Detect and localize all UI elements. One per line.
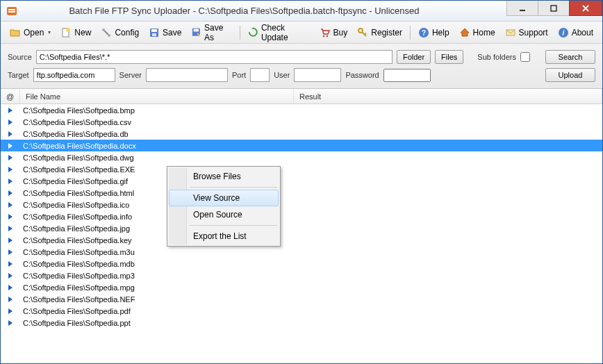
column-result[interactable]: Result bbox=[294, 89, 602, 104]
table-row[interactable]: C:\Softpedia Files\Softpedia.jpg bbox=[1, 222, 602, 234]
close-button[interactable] bbox=[569, 1, 602, 16]
register-button[interactable]: Register bbox=[352, 24, 407, 41]
home-button[interactable]: Home bbox=[454, 24, 500, 41]
table-row[interactable]: C:\Softpedia Files\Softpedia.mpg bbox=[1, 281, 602, 293]
source-input[interactable] bbox=[36, 50, 393, 64]
arrow-right-icon bbox=[1, 214, 20, 220]
minimize-button[interactable] bbox=[506, 1, 538, 16]
target-input[interactable] bbox=[33, 68, 115, 82]
port-input[interactable] bbox=[250, 68, 270, 82]
arrow-right-icon bbox=[1, 249, 20, 255]
subfolders-checkbox[interactable] bbox=[520, 52, 530, 62]
table-row[interactable]: C:\Softpedia Files\Softpedia.info bbox=[1, 210, 602, 222]
arrow-right-icon bbox=[1, 261, 20, 267]
upload-button[interactable]: Upload bbox=[545, 68, 595, 82]
file-name-cell: C:\Softpedia Files\Softpedia.docx bbox=[20, 142, 136, 150]
context-view-source[interactable]: View Source bbox=[169, 190, 279, 206]
table-row[interactable]: C:\Softpedia Files\Softpedia.csv bbox=[1, 116, 602, 128]
arrow-right-icon bbox=[1, 226, 20, 231]
file-name-cell: C:\Softpedia Files\Softpedia.key bbox=[20, 236, 132, 245]
arrow-right-icon bbox=[1, 131, 20, 137]
context-separator bbox=[190, 225, 277, 226]
table-row[interactable]: C:\Softpedia Files\Softpedia.docx bbox=[1, 140, 602, 151]
file-name-cell: C:\Softpedia Files\Softpedia.mp3 bbox=[20, 272, 135, 280]
saveas-button[interactable]: Save As bbox=[186, 24, 237, 41]
cart-icon bbox=[320, 27, 331, 38]
arrow-right-icon bbox=[1, 273, 20, 279]
new-button[interactable]: New bbox=[56, 24, 96, 41]
table-row[interactable]: C:\Softpedia Files\Softpedia.pdf bbox=[1, 305, 602, 317]
user-input[interactable] bbox=[294, 68, 341, 82]
refresh-icon bbox=[248, 27, 258, 38]
arrow-right-icon bbox=[1, 285, 20, 290]
table-row[interactable]: C:\Softpedia Files\Softpedia.gif bbox=[1, 175, 602, 187]
file-name-cell: C:\Softpedia Files\Softpedia.bmp bbox=[20, 106, 135, 115]
table-row[interactable]: C:\Softpedia Files\Softpedia.dwg bbox=[1, 151, 602, 163]
arrow-right-icon bbox=[1, 190, 20, 196]
arrow-right-icon bbox=[1, 167, 20, 172]
app-window: Batch File FTP Sync Uploader - C:\Softpe… bbox=[0, 0, 603, 364]
svg-point-8 bbox=[108, 34, 110, 37]
check-update-button[interactable]: Check Update bbox=[243, 24, 314, 41]
list-header: @ File Name Result bbox=[1, 89, 602, 104]
table-row[interactable]: C:\Softpedia Files\Softpedia.db bbox=[1, 128, 602, 140]
maximize-button[interactable] bbox=[538, 1, 570, 16]
table-row[interactable]: C:\Softpedia Files\Softpedia.html bbox=[1, 187, 602, 199]
arrow-right-icon bbox=[1, 238, 20, 243]
arrow-right-icon bbox=[1, 297, 20, 302]
file-name-cell: C:\Softpedia Files\Softpedia.info bbox=[20, 213, 132, 221]
file-name-cell: C:\Softpedia Files\Softpedia.NEF bbox=[20, 295, 135, 304]
svg-rect-13 bbox=[194, 29, 199, 32]
mail-icon bbox=[505, 27, 516, 38]
config-button[interactable]: Config bbox=[96, 24, 144, 41]
table-row[interactable]: C:\Softpedia Files\Softpedia.ico bbox=[1, 199, 602, 210]
about-button[interactable]: i About bbox=[553, 24, 598, 41]
context-open-source[interactable]: Open Source bbox=[169, 206, 279, 223]
search-button[interactable]: Search bbox=[545, 50, 595, 64]
arrow-right-icon bbox=[1, 155, 20, 160]
file-name-cell: C:\Softpedia Files\Softpedia.dwg bbox=[20, 154, 134, 162]
table-row[interactable]: C:\Softpedia Files\Softpedia.mdb bbox=[1, 258, 602, 270]
config-icon bbox=[101, 27, 112, 38]
subfolders-label: Sub folders bbox=[477, 53, 516, 61]
save-button[interactable]: Save bbox=[144, 24, 186, 41]
key-icon bbox=[357, 27, 368, 38]
table-row[interactable]: C:\Softpedia Files\Softpedia.m3u bbox=[1, 246, 602, 258]
column-filename[interactable]: File Name bbox=[20, 89, 294, 104]
password-label: Password bbox=[345, 71, 379, 79]
column-at[interactable]: @ bbox=[1, 89, 20, 104]
buy-button[interactable]: Buy bbox=[315, 24, 353, 41]
table-row[interactable]: C:\Softpedia Files\Softpedia.EXE bbox=[1, 163, 602, 175]
table-row[interactable]: C:\Softpedia Files\Softpedia.NEF bbox=[1, 293, 602, 305]
svg-rect-4 bbox=[551, 6, 556, 11]
context-browse-files[interactable]: Browse Files bbox=[169, 168, 279, 185]
arrow-right-icon bbox=[1, 143, 20, 149]
file-name-cell: C:\Softpedia Files\Softpedia.gif bbox=[20, 177, 128, 185]
toolbar-separator bbox=[240, 26, 240, 40]
context-export-list[interactable]: Export the List bbox=[169, 228, 279, 245]
help-button[interactable]: ? Help bbox=[413, 24, 454, 41]
table-row[interactable]: C:\Softpedia Files\Softpedia.key bbox=[1, 234, 602, 246]
file-name-cell: C:\Softpedia Files\Softpedia.ppt bbox=[20, 319, 131, 327]
port-label: Port bbox=[232, 71, 246, 79]
arrow-right-icon bbox=[1, 119, 20, 125]
table-row[interactable]: C:\Softpedia Files\Softpedia.bmp bbox=[1, 104, 602, 116]
password-input[interactable] bbox=[383, 69, 431, 82]
open-button[interactable]: Open ▾ bbox=[5, 24, 56, 41]
svg-point-6 bbox=[66, 28, 70, 32]
table-row[interactable]: C:\Softpedia Files\Softpedia.ppt bbox=[1, 317, 602, 329]
files-button[interactable]: Files bbox=[435, 50, 463, 64]
svg-rect-3 bbox=[520, 10, 525, 11]
chevron-down-icon: ▾ bbox=[48, 29, 51, 35]
folder-button[interactable]: Folder bbox=[397, 50, 431, 64]
file-name-cell: C:\Softpedia Files\Softpedia.mdb bbox=[20, 260, 135, 268]
new-file-icon bbox=[60, 27, 72, 38]
source-label: Source bbox=[8, 53, 32, 61]
svg-text:?: ? bbox=[422, 29, 426, 37]
help-icon: ? bbox=[418, 27, 429, 38]
support-button[interactable]: Support bbox=[500, 24, 553, 41]
table-row[interactable]: C:\Softpedia Files\Softpedia.mp3 bbox=[1, 270, 602, 281]
folder-open-icon bbox=[10, 27, 21, 38]
server-input[interactable] bbox=[146, 68, 228, 82]
file-list[interactable]: C:\Softpedia Files\Softpedia.bmpC:\Softp… bbox=[1, 104, 602, 363]
